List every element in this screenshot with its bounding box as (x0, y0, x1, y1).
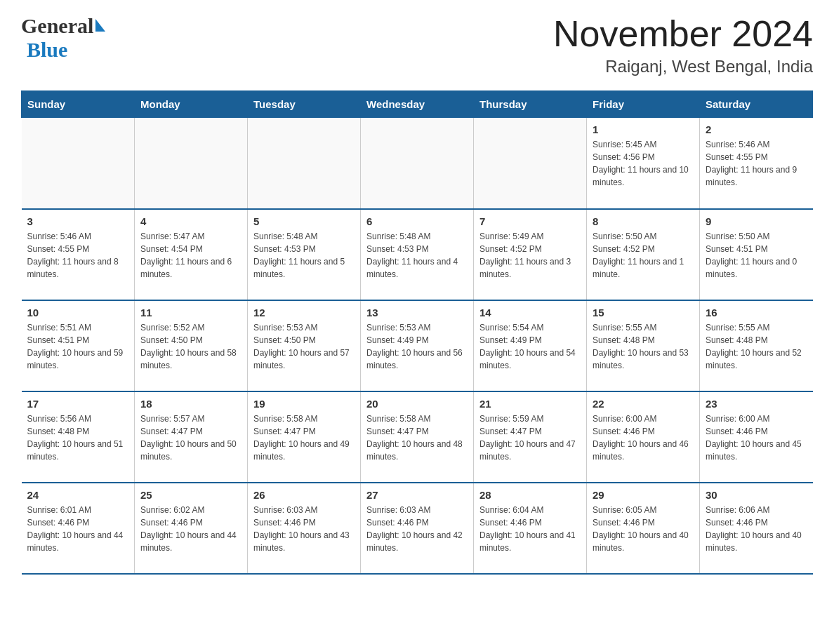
calendar-cell: 19Sunrise: 5:58 AMSunset: 4:47 PMDayligh… (248, 391, 361, 483)
header: General Blue November 2024 Raiganj, West… (21, 14, 813, 76)
day-info: Sunrise: 5:49 AMSunset: 4:52 PMDaylight:… (479, 230, 581, 281)
day-info: Sunrise: 5:46 AMSunset: 4:55 PMDaylight:… (27, 230, 129, 281)
logo-blue-text: Blue (27, 38, 67, 61)
day-info: Sunrise: 6:05 AMSunset: 4:46 PMDaylight:… (593, 504, 694, 554)
day-number: 8 (593, 215, 694, 227)
day-info: Sunrise: 5:58 AMSunset: 4:47 PMDaylight:… (253, 412, 355, 463)
weekday-header-wednesday: Wednesday (361, 91, 474, 118)
weekday-header-row: SundayMondayTuesdayWednesdayThursdayFrid… (22, 91, 813, 118)
day-number: 22 (593, 398, 694, 410)
day-number: 2 (706, 123, 807, 135)
day-info: Sunrise: 6:06 AMSunset: 4:46 PMDaylight:… (706, 504, 807, 554)
calendar-cell: 21Sunrise: 5:59 AMSunset: 4:47 PMDayligh… (474, 391, 587, 483)
calendar-cell: 25Sunrise: 6:02 AMSunset: 4:46 PMDayligh… (135, 483, 248, 574)
calendar-week-row: 1Sunrise: 5:45 AMSunset: 4:56 PMDaylight… (22, 118, 813, 209)
day-info: Sunrise: 6:03 AMSunset: 4:46 PMDaylight:… (366, 504, 468, 554)
calendar-cell: 15Sunrise: 5:55 AMSunset: 4:48 PMDayligh… (587, 300, 700, 391)
logo-general-text: General (21, 14, 93, 38)
logo-arrow-icon (95, 19, 105, 32)
day-info: Sunrise: 5:54 AMSunset: 4:49 PMDaylight:… (479, 321, 581, 372)
day-info: Sunrise: 6:02 AMSunset: 4:46 PMDaylight:… (140, 504, 241, 554)
calendar-week-row: 17Sunrise: 5:56 AMSunset: 4:48 PMDayligh… (22, 391, 813, 483)
day-info: Sunrise: 5:45 AMSunset: 4:56 PMDaylight:… (593, 138, 694, 189)
day-number: 29 (593, 489, 694, 501)
calendar-cell: 7Sunrise: 5:49 AMSunset: 4:52 PMDaylight… (474, 209, 587, 300)
calendar-cell: 12Sunrise: 5:53 AMSunset: 4:50 PMDayligh… (248, 300, 361, 391)
calendar-cell: 20Sunrise: 5:58 AMSunset: 4:47 PMDayligh… (361, 391, 474, 483)
calendar-cell (248, 118, 361, 209)
day-info: Sunrise: 6:00 AMSunset: 4:46 PMDaylight:… (593, 412, 694, 463)
calendar-cell: 30Sunrise: 6:06 AMSunset: 4:46 PMDayligh… (700, 483, 813, 574)
calendar-cell: 26Sunrise: 6:03 AMSunset: 4:46 PMDayligh… (248, 483, 361, 574)
day-info: Sunrise: 5:47 AMSunset: 4:54 PMDaylight:… (140, 230, 241, 281)
weekday-header-sunday: Sunday (22, 91, 135, 118)
calendar-table: SundayMondayTuesdayWednesdayThursdayFrid… (21, 90, 813, 575)
day-number: 24 (27, 489, 129, 501)
day-info: Sunrise: 5:55 AMSunset: 4:48 PMDaylight:… (706, 321, 807, 372)
calendar-cell: 2Sunrise: 5:46 AMSunset: 4:55 PMDaylight… (700, 118, 813, 209)
day-info: Sunrise: 5:53 AMSunset: 4:50 PMDaylight:… (253, 321, 355, 372)
calendar-cell: 9Sunrise: 5:50 AMSunset: 4:51 PMDaylight… (700, 209, 813, 300)
calendar-cell: 1Sunrise: 5:45 AMSunset: 4:56 PMDaylight… (587, 118, 700, 209)
day-info: Sunrise: 5:48 AMSunset: 4:53 PMDaylight:… (366, 230, 468, 281)
calendar-week-row: 10Sunrise: 5:51 AMSunset: 4:51 PMDayligh… (22, 300, 813, 391)
day-number: 19 (253, 398, 355, 410)
day-info: Sunrise: 5:52 AMSunset: 4:50 PMDaylight:… (140, 321, 241, 372)
weekday-header-friday: Friday (587, 91, 700, 118)
day-info: Sunrise: 5:50 AMSunset: 4:51 PMDaylight:… (706, 230, 807, 281)
calendar-cell: 18Sunrise: 5:57 AMSunset: 4:47 PMDayligh… (135, 391, 248, 483)
day-number: 21 (479, 398, 581, 410)
day-number: 6 (366, 215, 468, 227)
calendar-cell: 13Sunrise: 5:53 AMSunset: 4:49 PMDayligh… (361, 300, 474, 391)
day-info: Sunrise: 6:00 AMSunset: 4:46 PMDaylight:… (706, 412, 807, 463)
day-number: 11 (140, 307, 241, 318)
calendar-cell: 17Sunrise: 5:56 AMSunset: 4:48 PMDayligh… (22, 391, 135, 483)
day-number: 23 (706, 398, 807, 410)
day-number: 5 (253, 215, 355, 227)
day-info: Sunrise: 6:04 AMSunset: 4:46 PMDaylight:… (479, 504, 581, 554)
day-info: Sunrise: 5:51 AMSunset: 4:51 PMDaylight:… (27, 321, 129, 372)
weekday-header-monday: Monday (135, 91, 248, 118)
day-info: Sunrise: 5:59 AMSunset: 4:47 PMDaylight:… (479, 412, 581, 463)
day-number: 3 (27, 215, 129, 227)
day-number: 7 (479, 215, 581, 227)
day-number: 28 (479, 489, 581, 501)
title-area: November 2024 Raiganj, West Bengal, Indi… (553, 14, 813, 76)
day-number: 12 (253, 307, 355, 318)
weekday-header-thursday: Thursday (474, 91, 587, 118)
day-number: 25 (140, 489, 241, 501)
day-info: Sunrise: 5:56 AMSunset: 4:48 PMDaylight:… (27, 412, 129, 463)
calendar-cell: 11Sunrise: 5:52 AMSunset: 4:50 PMDayligh… (135, 300, 248, 391)
calendar-week-row: 3Sunrise: 5:46 AMSunset: 4:55 PMDaylight… (22, 209, 813, 300)
day-info: Sunrise: 5:55 AMSunset: 4:48 PMDaylight:… (593, 321, 694, 372)
logo: General Blue (21, 14, 105, 62)
calendar-cell (135, 118, 248, 209)
day-info: Sunrise: 5:58 AMSunset: 4:47 PMDaylight:… (366, 412, 468, 463)
day-number: 13 (366, 307, 468, 318)
calendar-cell: 24Sunrise: 6:01 AMSunset: 4:46 PMDayligh… (22, 483, 135, 574)
day-info: Sunrise: 5:46 AMSunset: 4:55 PMDaylight:… (706, 138, 807, 189)
day-number: 26 (253, 489, 355, 501)
calendar-cell: 10Sunrise: 5:51 AMSunset: 4:51 PMDayligh… (22, 300, 135, 391)
calendar-cell: 29Sunrise: 6:05 AMSunset: 4:46 PMDayligh… (587, 483, 700, 574)
day-number: 20 (366, 398, 468, 410)
calendar-subtitle: Raiganj, West Bengal, India (553, 57, 813, 76)
day-number: 16 (706, 307, 807, 318)
day-number: 18 (140, 398, 241, 410)
calendar-week-row: 24Sunrise: 6:01 AMSunset: 4:46 PMDayligh… (22, 483, 813, 574)
weekday-header-saturday: Saturday (700, 91, 813, 118)
day-info: Sunrise: 6:03 AMSunset: 4:46 PMDaylight:… (253, 504, 355, 554)
day-number: 30 (706, 489, 807, 501)
day-info: Sunrise: 5:50 AMSunset: 4:52 PMDaylight:… (593, 230, 694, 281)
calendar-cell: 14Sunrise: 5:54 AMSunset: 4:49 PMDayligh… (474, 300, 587, 391)
calendar-cell: 22Sunrise: 6:00 AMSunset: 4:46 PMDayligh… (587, 391, 700, 483)
calendar-cell (474, 118, 587, 209)
calendar-cell: 5Sunrise: 5:48 AMSunset: 4:53 PMDaylight… (248, 209, 361, 300)
day-number: 15 (593, 307, 694, 318)
calendar-cell: 3Sunrise: 5:46 AMSunset: 4:55 PMDaylight… (22, 209, 135, 300)
calendar-title: November 2024 (553, 14, 813, 54)
calendar-cell: 4Sunrise: 5:47 AMSunset: 4:54 PMDaylight… (135, 209, 248, 300)
day-info: Sunrise: 6:01 AMSunset: 4:46 PMDaylight:… (27, 504, 129, 554)
calendar-cell: 8Sunrise: 5:50 AMSunset: 4:52 PMDaylight… (587, 209, 700, 300)
day-number: 1 (593, 123, 694, 135)
